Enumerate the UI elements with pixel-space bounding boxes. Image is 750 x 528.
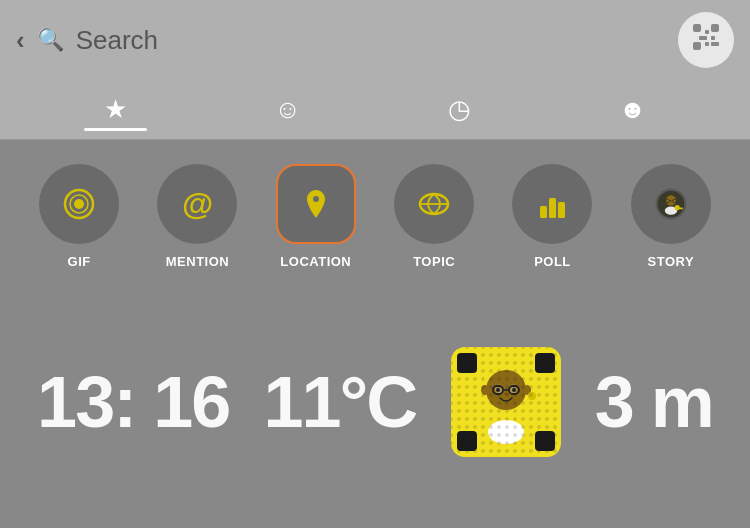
- svg-rect-7: [699, 36, 707, 40]
- story-label: STORY: [648, 254, 695, 269]
- distance-display: 3 m: [595, 361, 713, 443]
- filter-mention[interactable]: @ MENTION: [157, 164, 237, 269]
- tab-recent[interactable]: ◷: [428, 94, 491, 131]
- header: ‹ 🔍 Search: [0, 0, 750, 80]
- poll-circle: [512, 164, 592, 244]
- time-display: 13: 16: [37, 361, 229, 443]
- svg-rect-5: [705, 42, 709, 46]
- svg-rect-13: [540, 206, 547, 218]
- corner-tr: [535, 353, 555, 373]
- poll-label: POLL: [534, 254, 571, 269]
- filter-gif[interactable]: GIF: [39, 164, 119, 269]
- svg-rect-4: [711, 36, 715, 40]
- svg-rect-6: [711, 42, 719, 46]
- svg-point-32: [496, 388, 500, 392]
- location-label: LOCATION: [280, 254, 351, 269]
- filter-poll[interactable]: POLL: [512, 164, 592, 269]
- main-content: GIF @ MENTION LOCATION: [0, 140, 750, 528]
- svg-point-34: [504, 392, 508, 395]
- gif-circle: [39, 164, 119, 244]
- svg-rect-0: [693, 24, 701, 32]
- temp-display: 11°C: [263, 361, 416, 443]
- filters-row: GIF @ MENTION LOCATION: [0, 140, 750, 285]
- face-icon: ☻: [619, 94, 646, 125]
- clock-icon: ◷: [448, 94, 471, 125]
- svg-point-35: [481, 385, 489, 395]
- filter-location[interactable]: LOCATION: [276, 164, 356, 269]
- svg-rect-1: [711, 24, 719, 32]
- topic-circle: [394, 164, 474, 244]
- tabs-row: ★ ☺ ◷ ☻: [0, 80, 750, 140]
- snapcode-center[interactable]: [451, 347, 561, 457]
- svg-point-18: [666, 195, 676, 205]
- corner-tl: [457, 353, 477, 373]
- svg-rect-15: [558, 202, 565, 218]
- header-left: ‹ 🔍 Search: [16, 25, 158, 56]
- story-circle: [631, 164, 711, 244]
- bottom-row: 13: 16 11°C: [0, 285, 750, 528]
- filter-topic[interactable]: TOPIC: [394, 164, 474, 269]
- smiley-icon: ☺: [274, 94, 301, 125]
- svg-rect-14: [549, 198, 556, 218]
- svg-rect-2: [693, 42, 701, 50]
- mention-circle: @: [157, 164, 237, 244]
- at-icon: @: [182, 186, 213, 223]
- svg-point-9: [74, 199, 84, 209]
- search-icon: 🔍: [37, 27, 64, 53]
- svg-point-37: [528, 392, 536, 400]
- topic-label: TOPIC: [413, 254, 455, 269]
- back-button[interactable]: ‹: [16, 27, 25, 53]
- tab-subscriptions[interactable]: ☻: [599, 94, 666, 131]
- location-circle: [276, 164, 356, 244]
- search-label[interactable]: Search: [76, 25, 158, 56]
- svg-rect-3: [705, 30, 709, 34]
- snapcode-button[interactable]: [678, 12, 734, 68]
- corner-br: [535, 431, 555, 451]
- mention-label: MENTION: [166, 254, 229, 269]
- gif-label: GIF: [68, 254, 91, 269]
- filter-story[interactable]: STORY: [631, 164, 711, 269]
- tab-friends[interactable]: ☺: [254, 94, 321, 131]
- svg-point-26: [488, 420, 524, 444]
- svg-point-23: [674, 205, 679, 210]
- svg-rect-24: [679, 208, 683, 210]
- tab-favorites[interactable]: ★: [84, 94, 147, 131]
- snapcode-icon: [691, 22, 721, 58]
- star-icon: ★: [104, 94, 127, 125]
- svg-point-33: [512, 388, 516, 392]
- corner-bl: [457, 431, 477, 451]
